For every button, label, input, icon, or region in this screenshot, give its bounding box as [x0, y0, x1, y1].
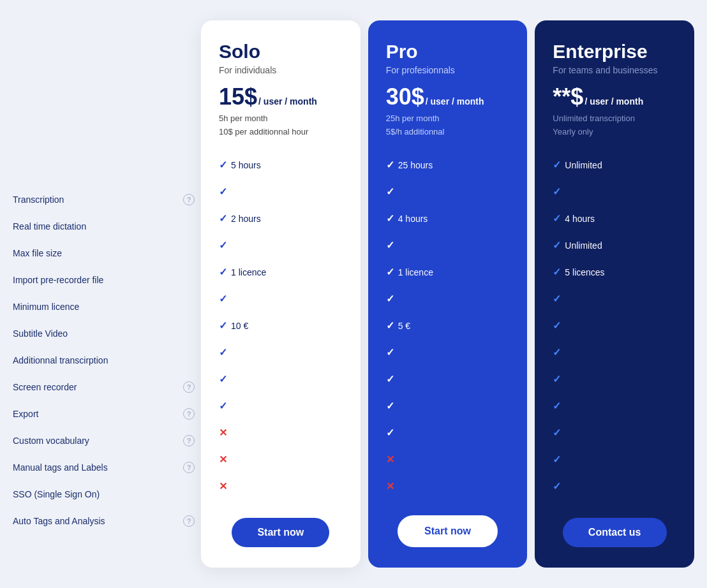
help-icon-12[interactable]: ? [183, 515, 195, 527]
feature-label-12: Auto Tags and Analysis? [13, 508, 195, 534]
enterprise-feature-row-12: ✓ [553, 473, 676, 500]
check-icon: ✓ [386, 186, 394, 198]
solo-btn-wrapper: Start now [219, 518, 343, 547]
pro-price-main: 30$ [386, 85, 424, 108]
enterprise-feature-value-3: Unlimited [565, 240, 602, 251]
solo-feature-row-5: ✓ [219, 286, 343, 312]
solo-feature-value-6: 10 € [231, 321, 248, 331]
enterprise-features: ✓Unlimited✓✓4 hours✓Unlimited✓5 licences… [553, 152, 676, 503]
cross-icon: ✕ [386, 453, 394, 466]
check-icon: ✓ [553, 293, 561, 305]
check-icon: ✓ [219, 159, 227, 171]
cross-icon: ✕ [219, 480, 227, 492]
check-icon: ✓ [553, 480, 561, 492]
feature-label-11: SSO (Single Sign On) [13, 481, 195, 508]
feature-label-9: Custom vocabulary? [13, 427, 195, 454]
feature-label-6: Additionnal transcirption [13, 347, 195, 374]
features-column: Transcription?Real time dictationMax fil… [13, 20, 201, 534]
enterprise-feature-row-11: ✓ [553, 446, 676, 473]
enterprise-feature-row-2: ✓4 hours [553, 205, 676, 232]
solo-feature-row-2: ✓2 hours [219, 205, 343, 232]
solo-feature-row-8: ✓ [219, 366, 343, 393]
solo-feature-row-7: ✓ [219, 339, 343, 366]
check-icon: ✓ [553, 373, 561, 385]
enterprise-feature-row-1: ✓ [553, 179, 676, 205]
check-icon: ✓ [386, 266, 394, 278]
cross-icon: ✕ [219, 427, 227, 439]
pro-feature-value-0: 25 hours [398, 160, 433, 170]
check-icon: ✓ [553, 159, 561, 171]
solo-features: ✓5 hours✓✓2 hours✓✓1 licence✓✓10 €✓✓✓✕✕✕ [219, 152, 343, 503]
pro-plan: Pro For profesionnals 30$ / user / month… [368, 20, 528, 568]
check-icon: ✓ [553, 320, 561, 332]
solo-notes: 5h per month 10$ per additionnal hour [219, 112, 343, 139]
solo-feature-row-12: ✕ [219, 473, 343, 500]
pro-feature-value-6: 5 € [398, 321, 410, 331]
pro-feature-row-5: ✓ [386, 286, 510, 312]
help-icon-8[interactable]: ? [183, 408, 195, 420]
enterprise-feature-row-3: ✓Unlimited [553, 232, 676, 259]
pro-price-suffix: / user / month [426, 96, 484, 107]
plans-wrapper: Solo For individuals 15$ / user / month … [201, 20, 694, 568]
pro-notes: 25h per month 5$/h additionnal [386, 112, 510, 139]
solo-feature-row-11: ✕ [219, 446, 343, 473]
check-icon: ✓ [386, 159, 394, 171]
feature-label-4: Minimum licence [13, 293, 195, 320]
solo-feature-value-0: 5 hours [231, 160, 261, 170]
solo-price: 15$ / user / month [219, 85, 343, 108]
solo-feature-value-2: 2 hours [231, 214, 261, 224]
solo-feature-row-4: ✓1 licence [219, 259, 343, 286]
pro-feature-row-4: ✓1 licence [386, 259, 510, 286]
check-icon: ✓ [219, 293, 227, 305]
check-icon: ✓ [219, 239, 227, 251]
help-icon-10[interactable]: ? [183, 462, 195, 473]
pro-feature-row-0: ✓25 hours [386, 152, 510, 179]
check-icon: ✓ [553, 186, 561, 198]
solo-feature-value-4: 1 licence [231, 267, 266, 277]
solo-subtitle: For individuals [219, 65, 343, 75]
pro-title: Pro [386, 41, 510, 62]
feature-label-0: Transcription? [13, 186, 195, 213]
pro-feature-row-9: ✓ [386, 393, 510, 420]
enterprise-contact-button[interactable]: Contact us [563, 518, 667, 547]
check-icon: ✓ [386, 373, 394, 385]
enterprise-price-main: **$ [553, 85, 583, 108]
pro-feature-row-3: ✓ [386, 232, 510, 259]
check-icon: ✓ [386, 320, 394, 332]
check-icon: ✓ [219, 346, 227, 358]
enterprise-feature-value-2: 4 hours [565, 214, 595, 224]
pro-feature-row-7: ✓ [386, 339, 510, 366]
feature-label-8: Export? [13, 401, 195, 427]
help-icon-7[interactable]: ? [183, 381, 195, 393]
pricing-page: Transcription?Real time dictationMax fil… [13, 20, 694, 568]
enterprise-price-suffix: / user / month [584, 96, 643, 107]
check-icon: ✓ [386, 427, 394, 439]
solo-start-button[interactable]: Start now [232, 518, 329, 547]
enterprise-feature-row-4: ✓5 licences [553, 259, 676, 286]
solo-feature-row-6: ✓10 € [219, 312, 343, 339]
check-icon: ✓ [219, 400, 227, 412]
solo-title: Solo [219, 41, 343, 62]
pro-feature-row-10: ✓ [386, 420, 510, 446]
enterprise-feature-row-8: ✓ [553, 366, 676, 393]
feature-label-7: Screen recorder? [13, 374, 195, 401]
help-icon-9[interactable]: ? [183, 435, 195, 446]
check-icon: ✓ [219, 373, 227, 385]
enterprise-feature-row-9: ✓ [553, 393, 676, 420]
solo-feature-row-9: ✓ [219, 393, 343, 420]
check-icon: ✓ [553, 212, 561, 224]
solo-feature-row-0: ✓5 hours [219, 152, 343, 179]
check-icon: ✓ [386, 400, 394, 412]
check-icon: ✓ [553, 427, 561, 439]
help-icon-0[interactable]: ? [183, 194, 195, 205]
enterprise-feature-row-0: ✓Unlimited [553, 152, 676, 179]
check-icon: ✓ [219, 212, 227, 224]
enterprise-feature-value-0: Unlimited [565, 160, 602, 170]
pro-start-button[interactable]: Start now [398, 515, 498, 547]
check-icon: ✓ [553, 346, 561, 358]
check-icon: ✓ [553, 400, 561, 412]
enterprise-subtitle: For teams and businesses [553, 65, 676, 75]
check-icon: ✓ [219, 266, 227, 278]
solo-price-suffix: / user / month [258, 96, 317, 107]
enterprise-btn-wrapper: Contact us [553, 518, 676, 547]
